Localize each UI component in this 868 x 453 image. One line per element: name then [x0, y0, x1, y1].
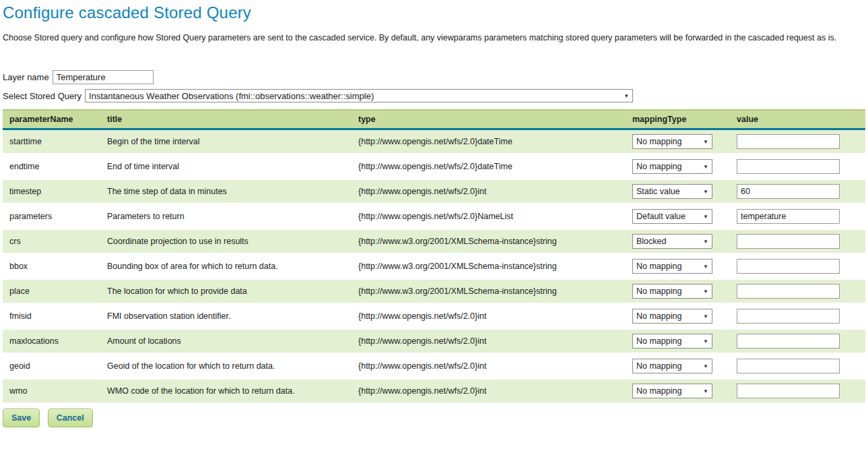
parameter-name-cell: place: [3, 279, 100, 304]
title-cell: Geoid of the location for which to retur…: [100, 354, 352, 379]
table-row: timestep The time step of data in minute…: [3, 179, 865, 204]
title-cell: End of time interval: [100, 154, 352, 179]
mapping-type-select[interactable]: No mapping ▼: [632, 259, 712, 274]
mapping-type-select[interactable]: No mapping ▼: [632, 134, 712, 149]
mapping-type-select[interactable]: No mapping ▼: [632, 309, 712, 324]
table-row: crs Coordinate projection to use in resu…: [3, 229, 865, 254]
mapping-type-cell: No mapping ▼: [626, 154, 730, 179]
mapping-type-selected-option: No mapping: [636, 386, 681, 396]
type-cell: {http://www.opengis.net/wfs/2.0}int: [352, 379, 626, 404]
layer-name-input[interactable]: [53, 70, 154, 84]
mapping-type-cell: No mapping ▼: [626, 129, 730, 154]
parameter-name-cell: starttime: [3, 129, 100, 154]
value-input[interactable]: [737, 359, 840, 373]
mapping-type-selected-option: No mapping: [636, 286, 681, 296]
mapping-type-selected-option: No mapping: [636, 162, 681, 171]
value-input[interactable]: [737, 259, 840, 274]
save-button[interactable]: Save: [3, 409, 40, 427]
chevron-down-icon: ▼: [703, 139, 708, 145]
parameter-mapping-table: parameterName title type mappingType val…: [3, 109, 865, 404]
value-input[interactable]: [737, 159, 840, 174]
type-cell: {http://www.opengis.net/wfs/2.0}int: [352, 179, 626, 204]
value-input[interactable]: [737, 134, 840, 149]
stored-query-selected-option: Instantaneous Weather Observations (fmi:…: [89, 91, 374, 101]
value-input[interactable]: [737, 184, 840, 199]
table-row: parameters Parameters to return {http://…: [3, 204, 865, 229]
parameter-name-cell: endtime: [3, 154, 100, 179]
mapping-type-cell: No mapping ▼: [626, 329, 730, 354]
mapping-type-selected-option: Default value: [636, 212, 686, 221]
title-cell: The time step of data in minutes: [100, 179, 352, 204]
mapping-type-selected-option: Blocked: [636, 237, 666, 246]
table-row: starttime Begin of the time interval {ht…: [3, 129, 865, 154]
value-cell: [730, 279, 865, 304]
mapping-type-select[interactable]: No mapping ▼: [632, 284, 712, 299]
value-cell: [730, 154, 865, 179]
mapping-type-select[interactable]: No mapping ▼: [632, 359, 712, 373]
mapping-type-cell: Static value ▼: [626, 179, 730, 204]
type-cell: {http://www.w3.org/2001/XMLSchema-instan…: [352, 229, 626, 254]
mapping-type-select[interactable]: No mapping ▼: [632, 334, 712, 349]
chevron-down-icon: ▼: [703, 164, 708, 170]
type-cell: {http://www.opengis.net/wfs/2.0}dateTime: [352, 129, 626, 154]
mapping-type-cell: No mapping ▼: [626, 279, 730, 304]
value-input[interactable]: [737, 284, 840, 299]
value-input[interactable]: [737, 334, 840, 349]
type-cell: {http://www.opengis.net/wfs/2.0}int: [352, 354, 626, 379]
parameter-name-cell: bbox: [3, 254, 100, 279]
mapping-type-select[interactable]: No mapping ▼: [632, 159, 712, 174]
title-cell: Coordinate projection to use in results: [100, 229, 352, 254]
header-type: type: [352, 110, 626, 129]
stored-query-row: Select Stored Query Instantaneous Weathe…: [3, 89, 865, 102]
value-cell: [730, 329, 865, 354]
parameter-name-cell: crs: [3, 229, 100, 254]
mapping-type-select[interactable]: Default value ▼: [632, 209, 712, 224]
value-input[interactable]: [737, 209, 840, 224]
chevron-down-icon: ▼: [703, 289, 708, 295]
header-value: value: [730, 110, 865, 129]
table-row: place The location for which to provide …: [3, 279, 865, 304]
type-cell: {http://www.opengis.net/wfs/2.0}int: [352, 329, 626, 354]
value-input[interactable]: [737, 384, 840, 398]
chevron-down-icon: ▼: [703, 388, 708, 394]
mapping-type-selected-option: No mapping: [636, 361, 681, 371]
header-mapping-type: mappingType: [626, 110, 730, 129]
table-row: wmo WMO code of the location for which t…: [3, 379, 865, 404]
mapping-type-selected-option: No mapping: [636, 262, 681, 271]
title-cell: FMI observation station identifier.: [100, 304, 352, 329]
page-description: Choose Stored query and configure how St…: [3, 31, 865, 44]
value-cell: [730, 304, 865, 329]
parameter-name-cell: fmisid: [3, 304, 100, 329]
chevron-down-icon: ▼: [703, 264, 708, 270]
mapping-type-selected-option: No mapping: [636, 311, 681, 321]
title-cell: The location for which to provide data: [100, 279, 352, 304]
value-cell: [730, 179, 865, 204]
header-title: title: [100, 110, 352, 129]
stored-query-label: Select Stored Query: [3, 91, 81, 101]
table-row: endtime End of time interval {http://www…: [3, 154, 865, 179]
mapping-type-selected-option: No mapping: [636, 137, 681, 146]
header-parameter-name: parameterName: [3, 110, 100, 129]
mapping-type-cell: Blocked ▼: [626, 229, 730, 254]
mapping-type-select[interactable]: Static value ▼: [632, 184, 712, 199]
value-input[interactable]: [737, 309, 840, 324]
table-row: fmisid FMI observation station identifie…: [3, 304, 865, 329]
type-cell: {http://www.opengis.net/wfs/2.0}int: [352, 304, 626, 329]
page-title: Configure cascaded Stored Query: [3, 3, 865, 22]
mapping-type-selected-option: No mapping: [636, 336, 681, 346]
mapping-type-cell: No mapping ▼: [626, 304, 730, 329]
chevron-down-icon: ▼: [703, 239, 708, 245]
cancel-button[interactable]: Cancel: [48, 409, 93, 427]
table-row: maxlocations Amount of locations {http:/…: [3, 329, 865, 354]
title-cell: Bounding box of area for which to return…: [100, 254, 352, 279]
value-cell: [730, 354, 865, 379]
parameter-name-cell: parameters: [3, 204, 100, 229]
value-input[interactable]: [737, 234, 840, 249]
mapping-type-select[interactable]: Blocked ▼: [632, 234, 712, 249]
stored-query-select[interactable]: Instantaneous Weather Observations (fmi:…: [85, 89, 633, 102]
chevron-down-icon: ▼: [624, 93, 629, 99]
layer-config-form: Layer name Select Stored Query Instantan…: [3, 70, 865, 102]
button-bar: Save Cancel: [3, 409, 865, 427]
mapping-type-select[interactable]: No mapping ▼: [632, 384, 712, 398]
mapping-type-cell: No mapping ▼: [626, 379, 730, 404]
